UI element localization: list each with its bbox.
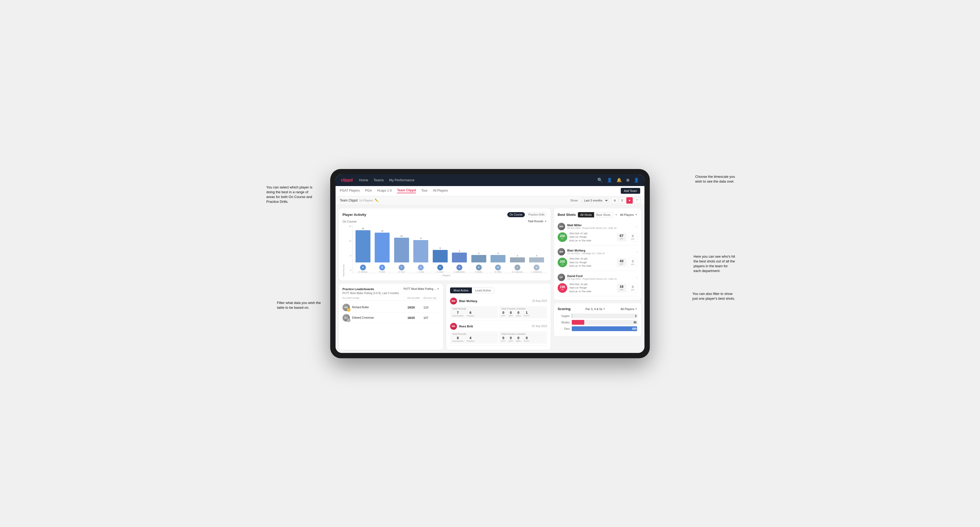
nav-items: Home Teams My Performance	[359, 178, 591, 182]
scoring-filter-2[interactable]: All Players ▼	[620, 307, 638, 311]
chevron-right-icon[interactable]: ›	[636, 275, 638, 279]
nav-teams[interactable]: Teams	[374, 178, 384, 182]
plus-circle-icon[interactable]: ⊕	[626, 178, 630, 183]
tab-hcaps[interactable]: Hcaps 1-5	[377, 189, 392, 193]
shot-metric-dist-3: 16 yds	[617, 284, 626, 292]
shot-player-detail-3: 24 Aug 2023 · Royal North Devon GC, Hole…	[567, 278, 617, 280]
par-stats-2: Total Rounds 8 Tournament 4	[450, 332, 547, 344]
lb-avg-1: 110	[423, 306, 439, 309]
all-players-filter[interactable]: All Players ▼	[620, 213, 638, 216]
best-shots-tab[interactable]: Best Shots	[594, 212, 613, 217]
rank-badge-2: 2	[347, 318, 350, 322]
heart-view-btn[interactable]: ♥	[626, 197, 633, 204]
y-axis: 15 10 5 0	[346, 225, 352, 271]
main-content: Player Activity On Course Practice Drill…	[336, 205, 644, 353]
app-value-2: 0	[509, 336, 513, 340]
player-activity-row-2: RB Rees Britt 02 Sep 2023 Total Rounds	[450, 321, 547, 346]
practice-activities-stat-2: Total Practice Activities 0 GTT 0	[499, 332, 547, 344]
shot-detail-row-1: 200 SG Shot Dist: 67 ydsStart Lie: Rough…	[558, 232, 638, 243]
putt-stat: 1 PUTT	[524, 311, 530, 317]
show-label: Show:	[570, 199, 578, 202]
total-rounds-stat: Total Rounds 7 Tournament 6	[450, 306, 498, 318]
active-tabs: Most Active Least Active	[450, 287, 495, 293]
settings-view-btn[interactable]: ⊤	[634, 197, 640, 204]
shot-player-info-2: BM Blair McHarg 23 Jul 2023 · Ashridge G…	[558, 248, 605, 256]
total-rounds-label-2: Total Rounds	[452, 333, 496, 335]
all-shots-tab[interactable]: All Shots	[578, 212, 594, 217]
tournament-label-2: Tournament	[452, 340, 463, 342]
bar-group: 3	[489, 225, 508, 262]
player-activity-row-1: BM Blair McHarg 26 Aug 2023 Total Rounds	[450, 295, 547, 321]
user-icon[interactable]: 👤	[607, 178, 612, 183]
grid-view-btn[interactable]: ⊞	[611, 197, 618, 204]
shots-dropdown-icon[interactable]: ▼	[615, 213, 617, 216]
team-header-right: Show: Last 3 months Last 6 months Last y…	[570, 197, 640, 204]
nav-icons: 🔍 👤 🔔 ⊕ 👤	[597, 178, 639, 183]
shot-badge-num-3: 198	[560, 285, 565, 289]
time-range-select[interactable]: Last 3 months Last 6 months Last year	[581, 198, 609, 203]
putt-value: 1	[524, 311, 530, 314]
scoring-row-eagles: Eagles 3	[558, 314, 638, 318]
shot-player-header-3: DF David Ford 24 Aug 2023 · Royal North …	[558, 274, 638, 281]
shot-avatar-2: BM	[558, 248, 565, 256]
rounds-sub-2: 8 Tournament 4 Practice	[452, 336, 496, 342]
par-stats-1: Total Rounds 7 Tournament 6	[450, 306, 547, 318]
chevron-right-icon[interactable]: ›	[636, 250, 638, 254]
pars-bar-container: 499	[572, 326, 638, 331]
shots-toggle: All Shots Best Shots	[578, 212, 613, 217]
bell-icon[interactable]: 🔔	[616, 178, 622, 183]
shot-player-detail-1: 09 Jun 2023 · Royal North Devon GC, Hole…	[567, 227, 616, 229]
most-active-tab[interactable]: Most Active	[450, 287, 472, 293]
nav-home[interactable]: Home	[359, 178, 368, 182]
shot-row-2: BM Blair McHarg 23 Jul 2023 · Ashridge G…	[558, 245, 638, 271]
tab-tour[interactable]: Tour	[421, 189, 428, 193]
arg-label-2: ARG	[516, 340, 520, 342]
least-active-tab[interactable]: Least Active	[472, 287, 494, 293]
lb-filter[interactable]: PUTT Must Make Putting ... ▼	[403, 287, 439, 290]
chevron-down-icon: ▼	[544, 220, 547, 223]
annotation-mid-right: Here you can see who's hit the best shot…	[694, 254, 735, 274]
search-icon[interactable]: 🔍	[597, 178, 603, 183]
scoring-filter-1[interactable]: Par 3, 4 & 5s ▼	[585, 307, 606, 311]
eagles-bar	[572, 314, 572, 318]
shot-metric-dist-2: 43 yds	[617, 258, 626, 267]
putt-stat-2: 0 PUTT	[524, 336, 530, 342]
list-view-btn[interactable]: ☰	[619, 197, 625, 204]
scoring-card: Scoring Par 3, 4 & 5s ▼ All Players ▼	[554, 303, 641, 337]
practice-stat-2: 4 Practice	[466, 336, 474, 342]
shot-player-name-3: David Ford	[567, 275, 617, 278]
tab-pga[interactable]: PGA	[365, 189, 372, 193]
chart-filter[interactable]: Total Rounds ▼	[528, 220, 547, 223]
lb-player-name-2: Edward Crossman	[352, 316, 374, 319]
edit-team-icon[interactable]: ✏️	[375, 198, 379, 202]
bar-group: 2	[508, 225, 527, 262]
lb-row: RB 1 Richard Butler 19/20 110	[342, 302, 439, 313]
zero-unit-3: yds	[630, 289, 636, 291]
shot-badge-label-3: SG	[561, 289, 564, 290]
view-icons: ⊞ ☰ ♥ ⊤	[611, 197, 640, 204]
on-course-btn[interactable]: On Course	[508, 212, 525, 217]
nav-my-performance[interactable]: My Performance	[389, 178, 414, 182]
chart-area: Total Rounds 15 10 5 0 1312109543322	[342, 225, 547, 277]
activities-sub: 0 GTT 0 APP	[501, 311, 545, 317]
app-value: 0	[509, 311, 513, 314]
annotation-top-right: Choose the timescale you wish to see the…	[695, 174, 735, 184]
pars-bar	[572, 326, 637, 331]
tab-pgat-players[interactable]: PGAT Players	[340, 189, 360, 193]
chevron-down-icon: ▼	[603, 307, 606, 310]
best-shots-title: Best Shots	[558, 213, 576, 217]
chevron-right-icon[interactable]: ›	[636, 224, 638, 229]
bar-chart: 1312109543322 MBFCEBBMCR B. McHargR. Bri…	[352, 225, 547, 273]
practice-drills-btn[interactable]: Practice Drills	[526, 212, 547, 217]
add-team-button[interactable]: Add Team	[621, 188, 640, 194]
tab-all-players[interactable]: All Players	[433, 189, 448, 193]
shot-player-details-3: David Ford 24 Aug 2023 · Royal North Dev…	[567, 275, 617, 280]
tab-team-clippd[interactable]: Team Clippd	[397, 189, 416, 193]
lb-avg-2: 107	[423, 316, 439, 319]
app-stat-2: 0 APP	[509, 336, 513, 342]
eagles-value: 3	[635, 314, 636, 317]
bar-group: 12	[373, 225, 392, 262]
top-nav: clippd Home Teams My Performance 🔍 👤 🔔 ⊕…	[336, 174, 644, 186]
team-name: Team Clippd 14 Players ✏️	[340, 198, 379, 202]
avatar-icon[interactable]: 👤	[634, 178, 639, 183]
